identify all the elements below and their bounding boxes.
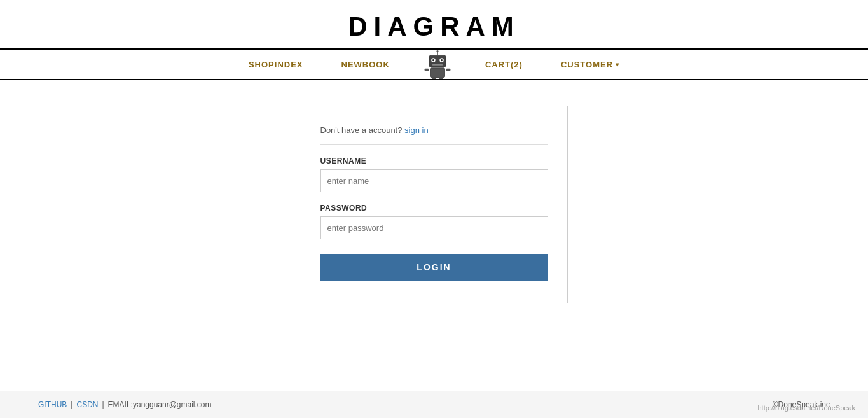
github-link[interactable]: GITHUB [38,400,67,409]
login-button[interactable]: LOGIN [320,254,548,281]
signup-prompt-area: Don't have a account? sign in [320,125,548,145]
nav-customer[interactable]: CUSTOMER ▾ [542,60,638,69]
signup-prompt-text: Don't have a account? [320,125,403,135]
svg-rect-7 [432,64,443,66]
url-bar: http://blog.csdn.net/DoneSpeak [758,404,856,412]
svg-point-6 [441,59,443,60]
svg-point-5 [432,59,434,60]
csdn-link[interactable]: CSDN [76,400,98,409]
password-input[interactable] [320,216,548,239]
username-group: USERNAME [320,157,548,192]
footer: GITHUB | CSDN | EMAIL:yangguanr@gmail.co… [0,391,868,418]
username-label: USERNAME [320,157,548,165]
main-content: Don't have a account? sign in USERNAME P… [0,80,868,391]
nav-logo[interactable] [409,50,466,79]
footer-email: EMAIL:yangguanr@gmail.com [108,400,212,409]
svg-rect-10 [446,68,450,71]
nav-cart[interactable]: CART(2) [466,60,542,69]
svg-rect-12 [439,77,443,78]
password-label: PASSWORD [320,204,548,212]
svg-rect-11 [432,77,436,78]
site-header: DIAGRAM [0,0,868,48]
footer-sep-1: | [71,400,72,409]
svg-point-1 [436,50,438,52]
nav-newbook[interactable]: NEWBOOK [322,60,409,69]
customer-dropdown-icon: ▾ [616,61,619,68]
password-group: PASSWORD [320,204,548,239]
username-input[interactable] [320,169,548,192]
site-title[interactable]: DIAGRAM [348,11,520,41]
svg-rect-8 [430,67,444,77]
svg-rect-9 [424,68,429,71]
login-card: Don't have a account? sign in USERNAME P… [301,106,568,303]
signup-link[interactable]: sign in [404,125,429,135]
nav-shopindex[interactable]: SHOPINDEX [230,60,322,69]
footer-sep-2: | [102,400,104,409]
navbar: SHOPINDEX NEWBOOK [0,48,868,80]
nav-items: SHOPINDEX NEWBOOK [230,50,638,79]
footer-left: GITHUB | CSDN | EMAIL:yangguanr@gmail.co… [38,400,212,409]
